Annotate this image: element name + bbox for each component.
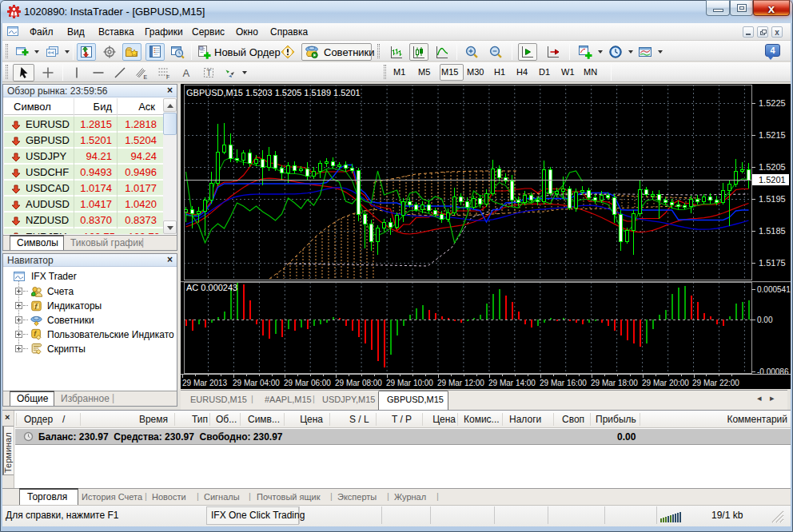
- svg-text:29 Mar 20:00: 29 Mar 20:00: [642, 379, 689, 387]
- svg-text:GBPUSD,M15 1.5203 1.5205 1.51: GBPUSD,M15 1.5203 1.5205 1.5189 1.5201: [186, 88, 361, 97]
- svg-text:T: T: [206, 69, 211, 77]
- svg-text:29 Mar 04:00: 29 Mar 04:00: [233, 379, 280, 387]
- svg-text:29 Mar 06:00: 29 Mar 06:00: [284, 379, 331, 387]
- svg-text:AC 0.000243: AC 0.000243: [186, 283, 237, 292]
- svg-text:A: A: [182, 67, 189, 79]
- svg-text:1.5195: 1.5195: [759, 194, 786, 204]
- svg-text:E: E: [143, 74, 147, 80]
- svg-text:29 Mar 16:00: 29 Mar 16:00: [540, 379, 587, 387]
- svg-text:1.5225: 1.5225: [759, 98, 786, 108]
- svg-text:29 Mar 2013: 29 Mar 2013: [182, 379, 228, 387]
- svg-text:0.00: 0.00: [757, 316, 773, 324]
- svg-text:-0.00086: -0.00086: [757, 367, 789, 376]
- svg-text:1.5205: 1.5205: [759, 162, 786, 172]
- svg-text:1.5215: 1.5215: [759, 130, 786, 140]
- svg-text:29 Mar 08:00: 29 Mar 08:00: [335, 379, 382, 387]
- svg-text:29 Mar 10:00: 29 Mar 10:00: [386, 379, 433, 387]
- svg-text:0.000541: 0.000541: [757, 285, 791, 294]
- svg-text:29 Mar 14:00: 29 Mar 14:00: [488, 379, 536, 387]
- svg-text:29 Mar 22:00: 29 Mar 22:00: [692, 379, 739, 387]
- svg-text:1.5185: 1.5185: [759, 226, 786, 236]
- svg-text:29 Mar 18:00: 29 Mar 18:00: [591, 379, 638, 387]
- svg-text:1.5201: 1.5201: [759, 175, 786, 185]
- svg-text:29 Mar 12:00: 29 Mar 12:00: [437, 379, 484, 387]
- svg-text:F: F: [166, 74, 169, 80]
- svg-text:1.5175: 1.5175: [759, 258, 786, 268]
